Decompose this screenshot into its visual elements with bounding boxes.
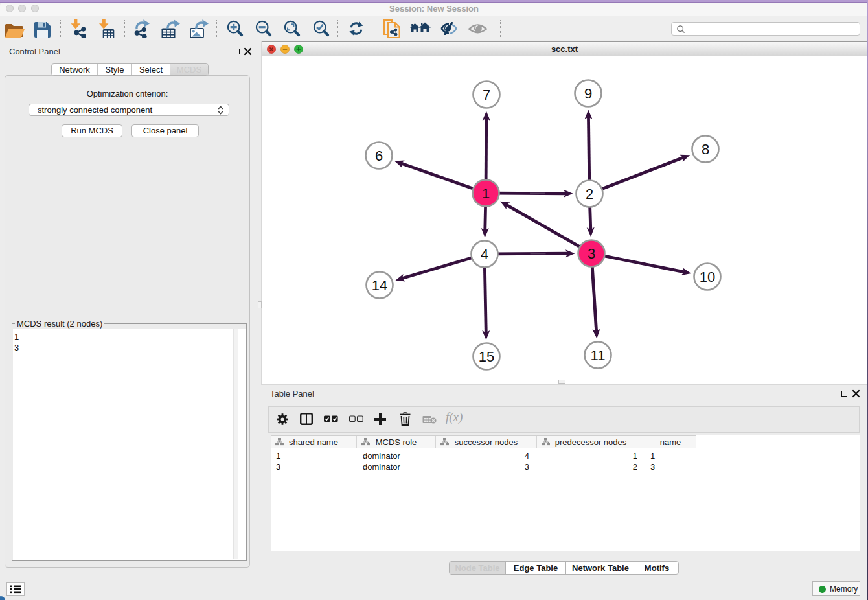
svg-text:3: 3 bbox=[588, 246, 595, 262]
svg-text:10: 10 bbox=[700, 269, 715, 285]
svg-text:2: 2 bbox=[586, 186, 593, 202]
svg-text:4: 4 bbox=[481, 246, 488, 262]
svg-text:14: 14 bbox=[372, 277, 387, 294]
svg-text:7: 7 bbox=[483, 87, 490, 103]
svg-text:6: 6 bbox=[375, 148, 383, 164]
svg-text:9: 9 bbox=[584, 86, 592, 102]
svg-text:8: 8 bbox=[702, 141, 709, 157]
svg-text:15: 15 bbox=[479, 349, 494, 365]
svg-text:11: 11 bbox=[591, 347, 606, 363]
svg-text:1: 1 bbox=[482, 185, 490, 202]
